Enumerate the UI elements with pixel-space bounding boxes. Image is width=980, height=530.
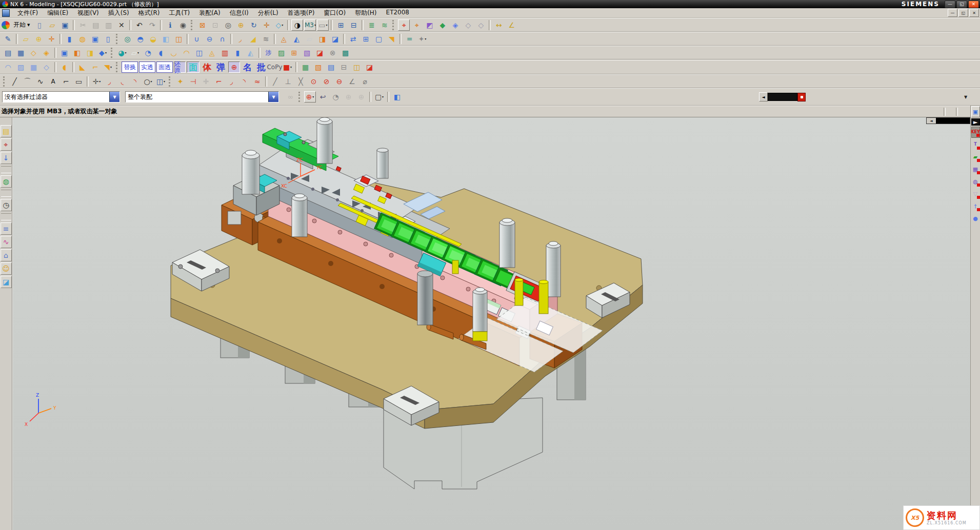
menu-item[interactable]: 文件(F) — [13, 8, 43, 18]
punch-block-tool[interactable]: ▦ — [971, 164, 980, 175]
block[interactable]: ▣ — [89, 33, 101, 45]
name-label-button[interactable]: 名 — [241, 62, 254, 73]
sketch-ellipse[interactable]: ○▾ — [142, 76, 154, 87]
save-part[interactable]: ▣ — [59, 19, 71, 31]
sketch-corner[interactable]: ⌐ — [60, 76, 72, 87]
internet-explorer[interactable]: ◍ — [1, 175, 12, 188]
tray-stop-button[interactable] — [797, 93, 806, 101]
select-previous[interactable]: ⊕ — [343, 91, 354, 103]
scale-body[interactable]: ◥ — [386, 33, 397, 45]
part-navigator[interactable]: ↓ — [1, 152, 12, 164]
datum-csys[interactable]: ⊕ — [33, 33, 45, 45]
aux-tool-2[interactable]: ▧ — [312, 62, 324, 73]
system-scenes[interactable]: ⌂ — [1, 249, 12, 261]
pd-lock[interactable]: ⊗ — [327, 47, 338, 58]
menu-item[interactable]: 格式(R) — [134, 8, 165, 18]
undo[interactable]: ↶ — [133, 19, 145, 31]
perspective-view[interactable]: ◇▾ — [273, 19, 285, 31]
pd-flange[interactable]: ◫ — [193, 47, 205, 58]
pd-punch-tool[interactable]: ▮ — [232, 47, 244, 58]
offset-curve[interactable]: ≈ — [251, 76, 263, 87]
red-cube-button[interactable]: ■▾ — [282, 62, 293, 73]
pilot-punch-tool[interactable]: ▽ — [971, 188, 980, 199]
measure-distance[interactable]: ↔ — [493, 19, 505, 31]
select-next[interactable]: ⊕ — [355, 91, 367, 103]
pd-stripe-tool[interactable]: ▥ — [219, 47, 231, 58]
object-display[interactable]: ◩ — [424, 19, 435, 31]
menu-item[interactable]: 窗口(O) — [319, 8, 350, 18]
pd-forming-insert[interactable]: ◨ — [84, 47, 96, 58]
point-tool[interactable]: ✛ — [46, 33, 57, 45]
face-translucent-button[interactable]: 面透 — [156, 62, 173, 73]
chevron-down-icon[interactable]: ▼ — [109, 92, 119, 102]
shell[interactable]: ▢ — [373, 33, 385, 45]
pd-form-tool[interactable]: ◬ — [206, 47, 218, 58]
split-body[interactable]: ◭ — [291, 33, 303, 45]
restore-button[interactable]: ◱ — [956, 1, 967, 8]
subtract[interactable]: ⊖ — [204, 33, 215, 45]
pd-bend-down[interactable]: ◠ — [181, 47, 192, 58]
paste[interactable]: ▥ — [103, 19, 114, 31]
mdi-restore-button[interactable]: ◱ — [958, 9, 968, 17]
layer-settings[interactable]: ≣ — [366, 19, 377, 31]
selection-filter-combo[interactable]: 没有选择过滤器 ▼ — [2, 91, 120, 103]
show-hide[interactable]: ◇ — [462, 19, 474, 31]
edit-object-display[interactable]: ◈ — [449, 19, 461, 31]
unform-bend[interactable]: ◣ — [76, 62, 88, 73]
replace-button[interactable]: 替换 — [122, 62, 138, 73]
rebend[interactable]: ⌐ — [89, 62, 101, 73]
trim-body[interactable]: ◬ — [278, 33, 290, 45]
start-menu-button[interactable]: 开始▼ — [11, 19, 32, 31]
user-groups[interactable]: ☺ — [1, 262, 12, 275]
scroll-right[interactable]: ► — [971, 118, 980, 126]
fit-view[interactable]: ⊠ — [196, 19, 208, 31]
copy[interactable]: ▤ — [90, 19, 102, 31]
horizontal-scrollbar[interactable]: ◄ — [926, 117, 970, 124]
zoom-in-out[interactable]: ⊕ — [235, 19, 247, 31]
edge-blend[interactable]: ◞ — [234, 33, 246, 45]
visualization-scenery[interactable]: ◪ — [1, 276, 12, 288]
constraint-navigator[interactable]: ⌖ — [1, 138, 12, 151]
sketch[interactable]: ✎ — [2, 33, 14, 45]
punch-t-tool[interactable]: T — [971, 139, 980, 150]
aux-tool-4[interactable]: ⊟ — [338, 62, 350, 73]
face-mode-button[interactable]: 面 — [187, 62, 199, 73]
pad[interactable]: ◧ — [160, 33, 172, 45]
make-corner[interactable]: ⌐ — [213, 76, 225, 87]
wcs-display[interactable]: ⌖ — [398, 19, 410, 31]
fillet-tool-2[interactable]: ◟ — [116, 76, 128, 87]
mdi-close-button[interactable]: ✕ — [969, 9, 979, 17]
menu-item[interactable]: 工具(T) — [164, 8, 194, 18]
spring-mode-button[interactable]: 弹 — [214, 62, 227, 73]
menu-item[interactable]: 首选项(P) — [283, 8, 319, 18]
sheet-body[interactable]: ▱ — [304, 33, 315, 45]
aux-tool-1[interactable]: ▦ — [299, 62, 311, 73]
new-part[interactable]: ▯ — [33, 19, 45, 31]
thread[interactable]: ≋ — [260, 33, 272, 45]
solid-select-cube[interactable]: ◧ — [391, 91, 403, 103]
pd-insert-group[interactable]: ◕▾ — [116, 47, 128, 58]
revolve[interactable]: ◍ — [76, 33, 88, 45]
pattern-feature[interactable]: ⊞ — [360, 33, 372, 45]
menu-item[interactable]: 编辑(E) — [43, 8, 73, 18]
pd-insert-tools[interactable]: ◆▾ — [97, 47, 109, 58]
invert-shown[interactable]: ◇ — [475, 19, 487, 31]
groove[interactable]: ◫ — [173, 33, 185, 45]
hole[interactable]: ◎ — [122, 33, 133, 45]
pd-strip-layout[interactable]: ▦ — [15, 47, 27, 58]
fillet-tool-1[interactable]: ◞ — [104, 76, 115, 87]
aux-tool-5[interactable]: ◫ — [351, 62, 363, 73]
more-tools[interactable]: ✦▾ — [416, 33, 428, 45]
roles[interactable]: ∿ — [1, 236, 12, 248]
pd-relief[interactable]: ◭ — [245, 47, 256, 58]
quick-extend[interactable]: ✚ — [200, 76, 212, 87]
minimize-button[interactable]: — — [945, 1, 955, 8]
toolbar-options-caret[interactable]: ▼ — [964, 95, 967, 99]
selection-scope-combo[interactable]: 整个装配 ▼ — [125, 91, 279, 103]
render-style[interactable]: ◑ — [291, 19, 303, 31]
pd-library-plate[interactable]: ◪ — [314, 47, 326, 58]
solid-translucent-button[interactable]: 实透 — [139, 62, 155, 73]
deselect-all[interactable]: ◔ — [330, 91, 342, 103]
batch-label-button[interactable]: 批 — [255, 62, 268, 73]
key-button[interactable]: KEY — [971, 127, 980, 138]
